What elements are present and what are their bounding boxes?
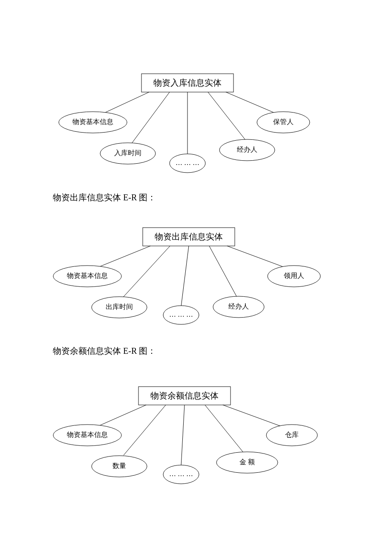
entity-label: 物资出库信息实体 [155,232,223,241]
connector [181,246,189,306]
connector [205,405,243,452]
svg-text:物资基本信息: 物资基本信息 [72,118,113,125]
svg-text:经办人: 经办人 [237,146,257,153]
svg-text:仓库: 仓库 [285,431,299,438]
caption-outbound: 物资出库信息实体 E-R 图： [53,193,156,202]
svg-text:数量: 数量 [112,462,126,469]
connector [124,405,166,455]
svg-text:… … …: … … … [176,159,199,166]
connector [209,246,236,296]
connector [223,405,283,427]
svg-text:入库时间: 入库时间 [114,149,141,156]
svg-text:领用人: 领用人 [284,272,304,279]
connector [227,246,287,268]
connector [124,246,170,297]
svg-text:保管人: 保管人 [273,118,294,125]
svg-text:出库时间: 出库时间 [106,303,133,310]
svg-text:物资基本信息: 物资基本信息 [67,272,108,279]
er-diagram-outbound: 物资出库信息实体 物资基本信息 出库时间 … … … 经办人 领用人 [53,228,320,324]
connector [208,92,245,139]
svg-text:经办人: 经办人 [228,303,249,310]
svg-text:… … …: … … … [169,470,193,477]
connector [132,92,170,143]
svg-text:… … …: … … … [169,311,193,318]
connector [96,246,150,268]
er-diagram-inbound: 物资入库信息实体 物资基本信息 入库时间 … … … 经办人 保管人 [59,74,310,173]
entity-label: 物资余额信息实体 [150,391,219,400]
connector [181,405,184,466]
svg-text:物资基本信息: 物资基本信息 [67,431,108,438]
connector [226,92,278,114]
connector [101,92,149,114]
entity-label: 物资入库信息实体 [153,78,222,87]
svg-text:金   额: 金 额 [239,458,255,465]
connector [96,405,146,427]
er-diagram-balance: 物资余额信息实体 物资基本信息 数量 … … … 金 额 仓库 [53,387,317,484]
caption-balance: 物资余额信息实体 E-R 图： [53,346,156,356]
